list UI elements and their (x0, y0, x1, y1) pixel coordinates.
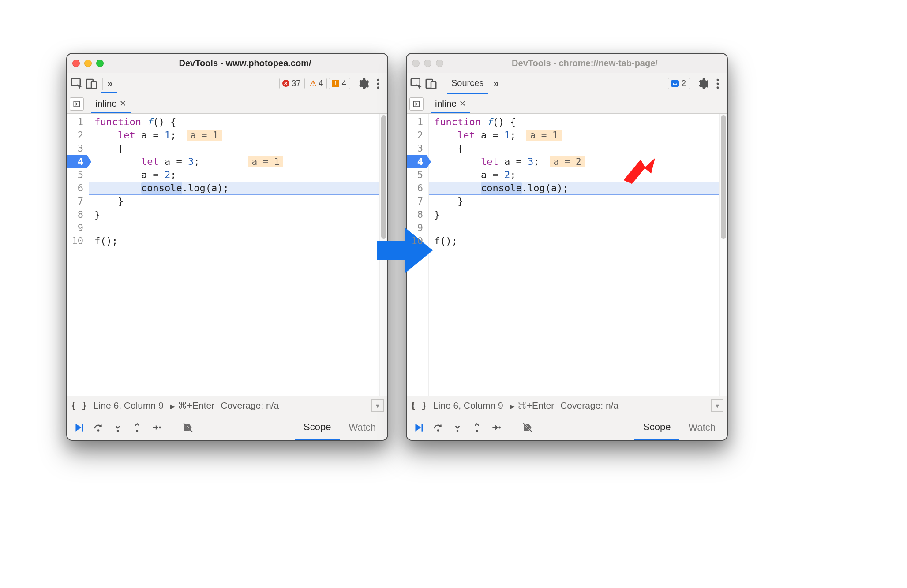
code-editor[interactable]: 1 2 3 4 5 6 7 8 9 10 function f() { let … (67, 114, 387, 396)
svg-point-9 (117, 430, 119, 432)
red-arrow-icon (620, 152, 655, 187)
line-gutter[interactable]: 1 2 3 4 5 6 7 8 9 10 (67, 114, 89, 396)
tab-scope[interactable]: Scope (295, 415, 340, 440)
cursor-position: Line 6, Column 9 (433, 400, 503, 411)
svg-point-5 (377, 86, 379, 89)
source-tab-inline[interactable]: inline ✕ (431, 94, 470, 113)
svg-point-21 (457, 430, 459, 432)
warnings-count: 4 (319, 78, 323, 88)
coverage-label: Coverage: n/a (221, 400, 279, 411)
statusbar-menu-icon[interactable] (711, 399, 723, 412)
close-tab-icon[interactable]: ✕ (459, 99, 466, 108)
source-tab-label: inline (95, 98, 117, 109)
scroll-thumb[interactable] (721, 115, 726, 239)
more-tabs-chevron-icon[interactable] (493, 78, 498, 89)
step-into-icon[interactable] (111, 421, 124, 434)
close-tab-icon[interactable]: ✕ (120, 99, 126, 108)
inspect-icon[interactable] (70, 77, 83, 90)
device-toggle-icon[interactable] (85, 77, 98, 90)
svg-point-20 (437, 429, 439, 432)
step-icon[interactable] (150, 421, 163, 434)
run-snippet[interactable]: ⌘+Enter (510, 400, 554, 411)
deactivate-breakpoints-icon[interactable] (521, 421, 534, 434)
devtools-window-right: DevTools - chrome://new-tab-page/ Source… (406, 53, 728, 441)
svg-point-8 (97, 429, 100, 432)
svg-point-11 (159, 427, 161, 429)
scrollbar[interactable] (719, 114, 727, 396)
resume-pause-icon[interactable] (412, 421, 425, 434)
step-out-icon[interactable] (470, 421, 483, 434)
window-title: DevTools - www.photopea.com/ (108, 58, 382, 68)
messages-badge[interactable]: ▭2 (668, 78, 690, 89)
code-area[interactable]: function f() { let a = 1;a = 1 { let a =… (429, 114, 727, 396)
inspect-icon[interactable] (409, 77, 423, 90)
svg-point-10 (136, 430, 139, 432)
status-bar: { } Line 6, Column 9 ⌘+Enter Coverage: n… (407, 396, 727, 415)
traffic-lights (412, 60, 443, 67)
kebab-icon[interactable] (711, 77, 724, 90)
separator (172, 421, 172, 434)
tab-watch[interactable]: Watch (679, 415, 724, 440)
inline-value-a-line2: a = 1 (526, 130, 561, 141)
step-icon[interactable] (490, 421, 503, 434)
step-into-icon[interactable] (451, 421, 464, 434)
svg-rect-14 (431, 82, 436, 89)
gear-icon[interactable] (356, 77, 370, 90)
source-tab-inline[interactable]: inline ✕ (91, 94, 131, 113)
pretty-print-icon[interactable]: { } (71, 400, 87, 411)
svg-point-17 (717, 86, 719, 89)
errors-badge[interactable]: ✕37 (279, 78, 305, 89)
zoom-icon[interactable] (96, 60, 104, 67)
stage: DevTools - www.photopea.com/ ✕37 ⚠4 !4 (0, 0, 907, 588)
navigator-toggle-icon[interactable] (409, 97, 424, 111)
gear-icon[interactable] (696, 77, 709, 90)
minimize-icon[interactable] (424, 60, 431, 67)
sources-tabrow: inline ✕ (67, 94, 387, 114)
run-snippet[interactable]: ⌘+Enter (170, 400, 214, 411)
device-toggle-icon[interactable] (424, 77, 438, 90)
minimize-icon[interactable] (84, 60, 92, 67)
close-icon[interactable] (72, 60, 80, 67)
svg-rect-7 (82, 424, 83, 431)
titlebar[interactable]: DevTools - chrome://new-tab-page/ (407, 54, 727, 73)
zoom-icon[interactable] (436, 60, 443, 67)
navigator-toggle-icon[interactable] (70, 97, 84, 111)
svg-point-16 (717, 82, 719, 85)
resume-pause-icon[interactable] (72, 421, 86, 434)
deactivate-breakpoints-icon[interactable] (181, 421, 195, 434)
svg-rect-2 (91, 82, 96, 89)
console-badges: ▭2 (668, 78, 690, 89)
close-icon[interactable] (412, 60, 420, 67)
selected-token: console (481, 182, 522, 194)
more-tabs-chevron-icon[interactable] (107, 78, 112, 89)
traffic-lights (72, 60, 104, 67)
statusbar-menu-icon[interactable] (371, 399, 384, 412)
sources-tabrow: inline ✕ (407, 94, 727, 114)
separator (102, 78, 103, 90)
step-out-icon[interactable] (131, 421, 144, 434)
debugger-toolbar: Scope Watch (407, 415, 727, 440)
debugger-panes: Scope Watch (634, 415, 724, 440)
status-bar: { } Line 6, Column 9 ⌘+Enter Coverage: n… (67, 396, 387, 415)
violations-badge[interactable]: !4 (329, 78, 350, 89)
active-tab-indicator (101, 92, 117, 93)
tab-watch[interactable]: Watch (340, 415, 385, 440)
kebab-icon[interactable] (371, 77, 385, 90)
code-area[interactable]: function f() { let a = 1;a = 1 { let a =… (89, 114, 387, 396)
tab-scope[interactable]: Scope (634, 415, 679, 440)
errors-count: 37 (292, 78, 301, 88)
violations-count: 4 (341, 78, 346, 88)
code-editor[interactable]: 1 2 3 4 5 6 7 8 9 10 function f() { let … (407, 114, 727, 396)
step-over-icon[interactable] (92, 421, 105, 434)
separator (442, 78, 442, 90)
tab-sources[interactable]: Sources (447, 73, 488, 94)
svg-point-22 (476, 430, 478, 432)
cursor-position: Line 6, Column 9 (94, 400, 164, 411)
titlebar[interactable]: DevTools - www.photopea.com/ (67, 54, 387, 73)
selected-token: console (141, 182, 182, 194)
warnings-badge[interactable]: ⚠4 (307, 78, 327, 89)
pretty-print-icon[interactable]: { } (410, 400, 427, 411)
step-over-icon[interactable] (431, 421, 445, 434)
svg-point-3 (377, 78, 379, 81)
main-toolbar: ✕37 ⚠4 !4 (67, 73, 387, 94)
